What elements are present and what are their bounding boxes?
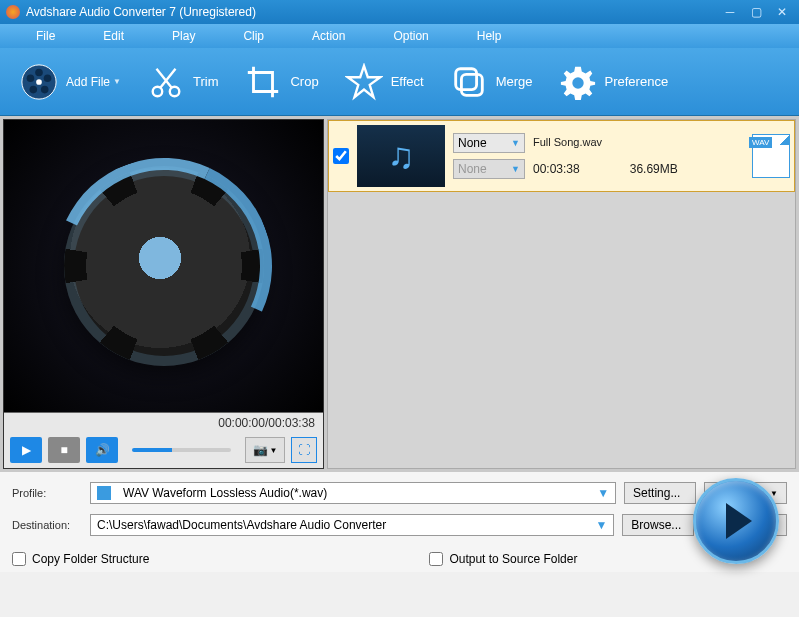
player-controls: ▶ ■ 🔊 📷▼ ⛶ bbox=[4, 432, 323, 468]
file-item[interactable]: ♫ None▼ None▼ Full Song.wav 00:03:38 36.… bbox=[328, 120, 795, 192]
merge-button[interactable]: Merge bbox=[440, 61, 541, 103]
preview-viewport bbox=[4, 120, 323, 412]
setting-button[interactable]: Setting... bbox=[624, 482, 696, 504]
svg-rect-9 bbox=[455, 68, 476, 89]
file-duration: 00:03:38 bbox=[533, 162, 580, 176]
close-button[interactable]: ✕ bbox=[771, 4, 793, 20]
trim-button[interactable]: Trim bbox=[137, 61, 227, 103]
preference-label: Preference bbox=[605, 74, 669, 89]
svg-point-11 bbox=[572, 77, 583, 88]
time-current: 00:00:00 bbox=[218, 416, 265, 430]
profile-value: WAV Waveform Lossless Audio(*.wav) bbox=[123, 486, 327, 500]
stop-button[interactable]: ■ bbox=[48, 437, 80, 463]
trim-label: Trim bbox=[193, 74, 219, 89]
effect-label: Effect bbox=[391, 74, 424, 89]
destination-value: C:\Users\fawad\Documents\Avdshare Audio … bbox=[97, 518, 386, 532]
menu-option[interactable]: Option bbox=[369, 29, 452, 43]
crop-button[interactable]: Crop bbox=[234, 61, 326, 103]
svg-point-6 bbox=[36, 79, 42, 85]
toolbar: Add File▼ Trim Crop Effect Merge Prefere… bbox=[0, 48, 799, 116]
output-source-checkbox[interactable]: Output to Source Folder bbox=[429, 552, 577, 566]
output-panel: Profile: WAV Waveform Lossless Audio(*.w… bbox=[0, 472, 799, 572]
file-list: ♫ None▼ None▼ Full Song.wav 00:03:38 36.… bbox=[327, 119, 796, 469]
main-area: 00:00:00 / 00:03:38 ▶ ■ 🔊 📷▼ ⛶ ♫ None▼ N… bbox=[0, 116, 799, 472]
preference-button[interactable]: Preference bbox=[549, 61, 677, 103]
destination-combo[interactable]: C:\Users\fawad\Documents\Avdshare Audio … bbox=[90, 514, 614, 536]
profile-combo[interactable]: WAV Waveform Lossless Audio(*.wav) ▼ bbox=[90, 482, 616, 504]
chevron-down-icon: ▼ bbox=[511, 138, 520, 148]
svg-rect-10 bbox=[461, 74, 482, 95]
file-size: 36.69MB bbox=[630, 162, 678, 176]
svg-point-8 bbox=[170, 86, 180, 96]
browse-button[interactable]: Browse... bbox=[622, 514, 694, 536]
snapshot-button[interactable]: 📷▼ bbox=[245, 437, 285, 463]
play-button[interactable]: ▶ bbox=[10, 437, 42, 463]
destination-label: Destination: bbox=[12, 519, 82, 531]
play-icon bbox=[726, 503, 752, 539]
merge-label: Merge bbox=[496, 74, 533, 89]
file-prop-select-2[interactable]: None▼ bbox=[453, 159, 525, 179]
file-name: Full Song.wav bbox=[533, 136, 744, 148]
gear-icon bbox=[557, 61, 599, 103]
star-icon bbox=[343, 61, 385, 103]
file-format-icon: WAV bbox=[752, 134, 790, 178]
time-display: 00:00:00 / 00:03:38 bbox=[4, 412, 323, 432]
menu-action[interactable]: Action bbox=[288, 29, 369, 43]
file-prop-select-1[interactable]: None▼ bbox=[453, 133, 525, 153]
format-badge: WAV bbox=[749, 137, 772, 148]
menubar: File Edit Play Clip Action Option Help bbox=[0, 24, 799, 48]
file-info: Full Song.wav 00:03:38 36.69MB bbox=[533, 132, 744, 180]
add-file-label: Add File bbox=[66, 75, 110, 89]
svg-point-2 bbox=[44, 74, 52, 82]
svg-point-4 bbox=[30, 85, 38, 93]
profile-format-icon bbox=[97, 486, 111, 500]
menu-play[interactable]: Play bbox=[148, 29, 219, 43]
time-total: 00:03:38 bbox=[268, 416, 315, 430]
svg-point-1 bbox=[35, 68, 43, 76]
convert-button[interactable] bbox=[693, 478, 779, 564]
fullscreen-button[interactable]: ⛶ bbox=[291, 437, 317, 463]
svg-point-3 bbox=[41, 85, 49, 93]
chevron-down-icon: ▼ bbox=[595, 518, 607, 532]
titlebar: Avdshare Audio Converter 7 (Unregistered… bbox=[0, 0, 799, 24]
scissors-icon bbox=[145, 61, 187, 103]
file-thumbnail: ♫ bbox=[357, 125, 445, 187]
menu-edit[interactable]: Edit bbox=[79, 29, 148, 43]
chevron-down-icon: ▼ bbox=[511, 164, 520, 174]
preview-panel: 00:00:00 / 00:03:38 ▶ ■ 🔊 📷▼ ⛶ bbox=[3, 119, 324, 469]
film-reel-icon bbox=[18, 61, 60, 103]
app-logo-icon bbox=[6, 5, 20, 19]
effect-button[interactable]: Effect bbox=[335, 61, 432, 103]
svg-point-7 bbox=[153, 86, 163, 96]
merge-icon bbox=[448, 61, 490, 103]
menu-file[interactable]: File bbox=[12, 29, 79, 43]
chevron-down-icon: ▼ bbox=[113, 77, 121, 86]
reel-placeholder-icon bbox=[64, 166, 264, 366]
volume-button[interactable]: 🔊 bbox=[86, 437, 118, 463]
crop-icon bbox=[242, 61, 284, 103]
file-checkbox[interactable] bbox=[333, 148, 349, 164]
file-props: None▼ None▼ bbox=[453, 133, 525, 179]
window-title: Avdshare Audio Converter 7 (Unregistered… bbox=[26, 5, 715, 19]
crop-label: Crop bbox=[290, 74, 318, 89]
copy-folder-checkbox[interactable]: Copy Folder Structure bbox=[12, 552, 149, 566]
svg-point-5 bbox=[27, 74, 35, 82]
add-file-button[interactable]: Add File▼ bbox=[10, 61, 129, 103]
menu-help[interactable]: Help bbox=[453, 29, 526, 43]
profile-label: Profile: bbox=[12, 487, 82, 499]
maximize-button[interactable]: ▢ bbox=[745, 4, 767, 20]
chevron-down-icon: ▼ bbox=[597, 486, 609, 500]
volume-slider[interactable] bbox=[132, 448, 231, 452]
minimize-button[interactable]: ─ bbox=[719, 4, 741, 20]
menu-clip[interactable]: Clip bbox=[219, 29, 288, 43]
